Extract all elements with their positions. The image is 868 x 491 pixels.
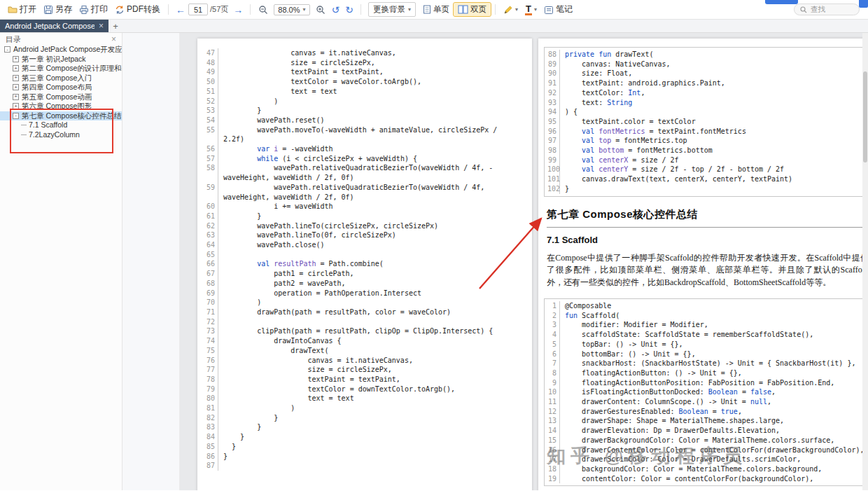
line-number: 102 (547, 184, 560, 194)
toolbar-separator (360, 4, 361, 15)
print-label: 打印 (91, 4, 108, 15)
toc-item[interactable]: 7.1 Scaffold (0, 120, 122, 130)
code-text: val centerY = size / 2f - top / 2f - bot… (565, 165, 784, 174)
code-text: wavePath.reset() (223, 116, 325, 125)
expand-icon[interactable]: + (13, 75, 19, 81)
toc-item[interactable]: +第六章 Compose图形 (0, 102, 122, 111)
code-text: text = text (223, 87, 337, 97)
code-line: 60 i += waveWidth (206, 202, 518, 212)
expand-icon[interactable]: + (13, 65, 19, 71)
line-number: 78 (206, 375, 218, 385)
toc-item[interactable]: 7.2LazyColumn (0, 130, 122, 140)
single-page-button[interactable]: 单页 (419, 3, 454, 16)
code-line: 48 size = circleSizePx, (206, 58, 518, 68)
code-line: 58 wavePath.relativeQuadraticBezierTo(wa… (206, 163, 518, 182)
search-box[interactable]: 查找 (794, 4, 860, 15)
toc-item[interactable]: +第五章 Compose动画 (0, 92, 122, 102)
change-background-label: 更换背景 (373, 4, 405, 15)
account-button-cropped[interactable] (765, 0, 798, 4)
toc-item[interactable]: +第四章 Compose布局 (0, 83, 122, 92)
next-page-button[interactable]: → (230, 4, 246, 15)
line-number: 77 (206, 365, 218, 375)
line-number: 60 (206, 202, 218, 212)
toolbar-separator (495, 4, 496, 15)
change-background-button[interactable]: 更换背景 ▾ (368, 2, 416, 17)
sidebar-close-icon[interactable]: × (111, 34, 116, 44)
new-tab-button[interactable]: + (108, 20, 122, 32)
code-text: @Composable (565, 301, 611, 311)
line-number: 61 (206, 212, 218, 221)
rotate-right-button[interactable]: ↻ (342, 4, 356, 15)
notes-button[interactable]: 笔记 (540, 2, 576, 17)
expand-icon[interactable]: + (13, 84, 19, 90)
scrollbar-thumb[interactable] (863, 71, 867, 162)
code-text: size = circleSizePx, (223, 58, 375, 68)
zoom-level-select[interactable]: 88.0% ▾ (274, 4, 309, 15)
collapse-icon[interactable]: - (4, 46, 10, 53)
expand-icon[interactable]: + (13, 94, 19, 100)
code-text: drawerElevation: Dp = DrawerDefaults.Ele… (565, 426, 780, 436)
page-number-input[interactable] (188, 4, 208, 15)
tab-close-icon[interactable]: × (99, 22, 104, 30)
zoom-out-button[interactable] (255, 4, 272, 16)
code-text: wavePath.relativeQuadraticBezierTo(waveW… (223, 183, 518, 202)
code-text: operation = PathOperation.Intersect (223, 289, 421, 298)
print-button[interactable]: 打印 (76, 2, 111, 17)
open-button[interactable]: 打开 (4, 2, 40, 17)
collapse-icon[interactable]: - (13, 113, 19, 119)
code-text: fun Scaffold( (565, 311, 620, 321)
code-text: size = circleSizePx, (223, 365, 392, 375)
line-number: 62 (206, 221, 218, 231)
code-text: i += waveWidth (223, 202, 333, 212)
rotate-left-button[interactable]: ↺ (329, 4, 343, 15)
save-as-button[interactable]: 另存 (40, 2, 76, 17)
line-number: 67 (206, 269, 218, 279)
open-label: 打开 (20, 4, 36, 15)
expand-icon[interactable]: + (13, 56, 19, 62)
toc-item[interactable]: +第二章 Compose的设计原理和基本概念 (0, 64, 122, 74)
prev-page-button[interactable]: ← (173, 4, 188, 15)
pdf-convert-button[interactable]: PDF转换 (111, 2, 164, 17)
code-text: floatingActionButton: () -> Unit = {}, (565, 368, 742, 378)
toc-item[interactable]: +第一章 初识Jetpack (0, 55, 122, 64)
text-tool-button[interactable]: T ▾ (522, 3, 540, 17)
line-number: 11 (547, 397, 560, 407)
code-line: 81 ) (206, 403, 518, 413)
line-number: 51 (206, 87, 218, 97)
toc-item[interactable]: +第三章 Compose入门 (0, 74, 122, 83)
code-line: 92 textColor: Int, (547, 88, 867, 98)
document-tab[interactable]: Android Jetpack Compose开发应用指南 × (0, 20, 108, 32)
save-as-label: 另存 (55, 4, 72, 15)
sidebar-header: 目录 × (0, 33, 122, 45)
code-text: modifier: Modifier = Modifier, (565, 320, 708, 330)
page-total-label: /57页 (210, 4, 228, 15)
toc-item[interactable]: -第七章 Compose核心控件总结 (0, 111, 122, 121)
line-number: 1 (547, 301, 560, 311)
code-text: ) { (565, 107, 578, 117)
code-line: 67 path1 = circlePath, (206, 269, 518, 279)
heading-rule (547, 227, 868, 228)
line-number: 70 (206, 298, 218, 307)
code-line: 93 text: String (547, 98, 867, 108)
line-number: 13 (547, 416, 560, 426)
highlighter-button[interactable]: ▾ (500, 4, 522, 16)
pdf-page-left: 47 canvas = it.nativeCanvas,48 size = ci… (197, 39, 532, 490)
document-area[interactable]: 47 canvas = it.nativeCanvas,48 size = ci… (180, 33, 868, 490)
line-number: 14 (547, 426, 560, 436)
document-tab-label: Android Jetpack Compose开发应用指南 (5, 21, 94, 32)
expand-icon[interactable]: + (13, 103, 19, 109)
zoom-in-button[interactable] (312, 4, 329, 16)
toc-item[interactable]: -Android JetPack Compose开发应用指南 (0, 45, 122, 55)
double-page-button[interactable]: 双页 (454, 3, 491, 16)
code-line: 85 } (206, 442, 518, 452)
line-number: 68 (206, 279, 218, 289)
code-line: 69 operation = PathOperation.Intersect (206, 289, 518, 298)
code-line: 1@Composable (547, 301, 867, 311)
code-line: 73 clipPath(path = resultPath, clipOp = … (206, 326, 518, 336)
sidebar-empty-strip (122, 33, 180, 490)
line-number: 63 (206, 230, 218, 240)
line-number: 89 (547, 60, 560, 69)
window-button-cropped[interactable] (859, 0, 868, 8)
line-number: 95 (547, 117, 560, 127)
vertical-scrollbar[interactable] (862, 33, 868, 490)
